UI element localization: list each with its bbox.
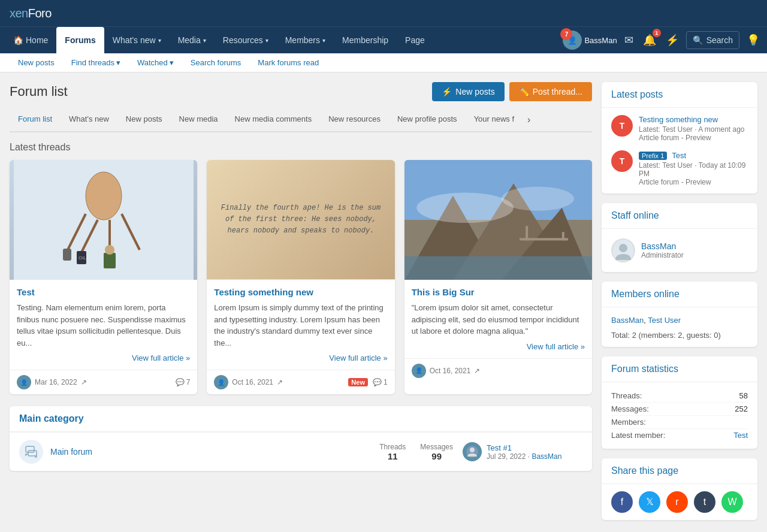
nav-members[interactable]: Members ▾ [277,27,334,53]
tab-new-media-comments[interactable]: New media comments [227,108,321,131]
nav-home[interactable]: 🏠 Home [5,27,56,53]
tab-more-btn[interactable]: › [523,108,535,131]
sidebar-post-0: T Testing something new Latest: Test Use… [611,115,748,142]
share-twitter-btn[interactable]: 𝕏 [639,491,660,513]
card-0-title[interactable]: Test [17,287,190,297]
post-0-title[interactable]: Testing something new [639,115,748,124]
post-0-meta: Latest: Test User · A moment ago [639,125,748,134]
threads-value: 11 [379,451,406,461]
media-caret: ▾ [203,37,206,44]
card-0-share-icon[interactable]: ↗ [81,378,87,386]
user-menu[interactable]: 👤 7 BassMan [563,31,617,50]
card-2-footer-left: 👤 Oct 16, 2021 ↗ [412,364,579,378]
card-2-avatar: 👤 [412,364,426,378]
svg-rect-23 [28,451,37,456]
forum-icon [19,440,43,464]
card-0-footer: 👤 Mar 16, 2022 ↗ 💬 7 [10,370,197,394]
card-2-share-icon[interactable]: ↗ [474,367,480,375]
nav-membership[interactable]: Membership [334,27,397,53]
tab-your-news[interactable]: Your news f [466,108,523,131]
staff-role-0: Administrator [641,251,684,259]
staff-info-0: BassMan Administrator [641,241,684,259]
content-wrap: Forum list ⚡ New posts ✏️ Post thread...… [0,72,767,532]
staff-item-0: BassMan Administrator [611,236,748,265]
messages-stat: Messages 99 [420,443,453,461]
post-1-title[interactable]: Test [672,151,686,160]
find-threads-caret: ▾ [116,58,120,67]
subnav-search-forums[interactable]: Search forums [182,53,250,72]
tab-new-profile-posts[interactable]: New profile posts [389,108,466,131]
card-1-date: Oct 16, 2021 [232,378,273,386]
latest-user-link[interactable]: BassMan [532,452,561,461]
mail-icon-btn[interactable]: ✉ [622,31,636,49]
tab-whats-new[interactable]: What's new [61,108,117,131]
thread-card-2: This is Big Sur "Lorem ipsum dolor sit a… [404,160,592,394]
pencil-icon: ✏️ [519,87,529,96]
card-2-text: "Lorem ipsum dolor sit amet, consectetur… [412,302,585,337]
card-1-footer-left: 👤 Oct 16, 2021 ↗ [214,375,342,389]
card-0-link[interactable]: View full article » [17,353,190,362]
alert-badge: 1 [653,29,661,37]
card-2-svg [404,160,592,280]
nav-page[interactable]: Page [397,27,433,53]
category-title[interactable]: Main category [19,413,84,424]
sidebar-members-title: Members online [602,282,757,307]
search-button[interactable]: 🔍 Search [686,31,739,49]
share-reddit-btn[interactable]: r [666,491,688,513]
share-whatsapp-btn[interactable]: W [721,491,743,513]
theme-toggle-btn[interactable]: 💡 [744,31,762,49]
latest-thread-title[interactable]: Test #1 [487,443,561,452]
tab-new-media[interactable]: New media [171,108,227,131]
card-1-comments: 💬 1 [373,378,388,386]
stats-row-3: Latest member: Test [611,429,748,442]
bell-icon-btn[interactable]: 🔔 1 [641,31,659,49]
svg-point-17 [501,186,573,210]
main-content: Forum list ⚡ New posts ✏️ Post thread...… [10,82,592,530]
subnav-new-posts[interactable]: New posts [10,53,63,72]
post-0-forum: Article forum - Preview [639,134,748,142]
site-logo[interactable]: xenForo [10,7,52,20]
nav-whats-new[interactable]: What's new ▾ [104,27,170,53]
bolt-icon-btn[interactable]: ⚡ [663,31,681,49]
post-1-forum: Article forum - Preview [639,178,748,186]
staff-name-0[interactable]: BassMan [641,241,684,251]
card-2-title[interactable]: This is Big Sur [412,287,585,297]
member-link-0[interactable]: BassMan [611,316,644,325]
members-names-list: BassMan, Test User [611,315,748,327]
tab-new-resources[interactable]: New resources [320,108,389,131]
staff-avatar-icon [612,240,634,261]
comment-icon: 💬 [176,378,185,386]
sidebar-share-title: Share this page [602,458,757,484]
tab-new-posts[interactable]: New posts [117,108,171,131]
stats-row-2: Members: [611,416,748,429]
card-2-link[interactable]: View full article » [412,342,585,351]
card-1-link[interactable]: View full article » [214,353,387,362]
main-nav: 🏠 Home Forums What's new ▾ Media ▾ Resou… [0,26,767,53]
tab-forum-list[interactable]: Forum list [10,108,61,132]
post-thread-button[interactable]: ✏️ Post thread... [509,82,592,101]
new-posts-button[interactable]: ⚡ New posts [432,82,504,101]
card-1-share-icon[interactable]: ↗ [277,378,283,386]
latest-threads-title: Latest threads [10,142,592,153]
svg-point-10 [105,245,114,255]
subnav-mark-read[interactable]: Mark forums read [249,53,327,72]
sidebar-share: Share this page f 𝕏 r t W [602,458,757,520]
resources-caret: ▾ [265,37,268,44]
card-1-text: Lorem Ipsum is simply dummy text of the … [214,302,387,349]
subnav-find-threads[interactable]: Find threads ▾ [63,53,129,72]
sidebar-members-online: Members online BassMan, Test User Total:… [602,282,757,347]
nav-resources[interactable]: Resources ▾ [215,27,277,53]
subnav-watched[interactable]: Watched ▾ [129,53,182,72]
sidebar-stats-title: Forum statistics [602,356,757,382]
share-facebook-btn[interactable]: f [611,491,633,513]
nav-media[interactable]: Media ▾ [170,27,215,53]
thread-card-1: Finally the fourth ape! He is the sum of… [207,160,394,394]
member-link-1[interactable]: Test User [648,316,681,325]
nav-forums[interactable]: Forums [56,27,104,53]
share-tumblr-btn[interactable]: t [694,491,715,513]
card-0-footer-left: 👤 Mar 16, 2022 ↗ [17,375,170,389]
card-0-footer-right: 💬 7 [176,378,191,386]
sidebar-latest-posts-title: Latest posts [602,82,757,108]
card-1-title[interactable]: Testing something new [214,287,387,297]
forum-name[interactable]: Main forum [50,447,370,457]
